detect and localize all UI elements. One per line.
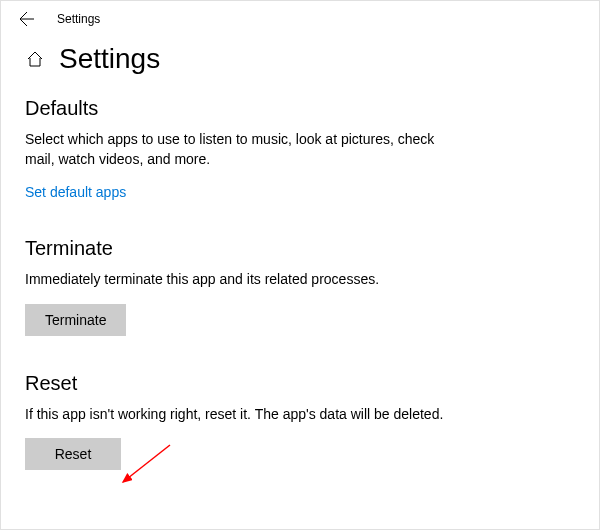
content-area: Settings Defaults Select which apps to u… bbox=[1, 33, 599, 530]
section-reset: Reset If this app isn't working right, r… bbox=[25, 372, 575, 471]
defaults-heading: Defaults bbox=[25, 97, 575, 120]
arrow-left-icon bbox=[19, 11, 35, 27]
page-header: Settings bbox=[25, 43, 575, 75]
home-button[interactable] bbox=[25, 49, 45, 69]
reset-button[interactable]: Reset bbox=[25, 438, 121, 470]
page-title: Settings bbox=[59, 43, 160, 75]
terminate-button[interactable]: Terminate bbox=[25, 304, 126, 336]
section-defaults: Defaults Select which apps to use to lis… bbox=[25, 97, 575, 201]
section-terminate: Terminate Immediately terminate this app… bbox=[25, 237, 575, 336]
titlebar: Settings bbox=[1, 1, 599, 33]
back-button[interactable] bbox=[17, 9, 37, 29]
terminate-heading: Terminate bbox=[25, 237, 575, 260]
reset-desc: If this app isn't working right, reset i… bbox=[25, 405, 465, 425]
terminate-desc: Immediately terminate this app and its r… bbox=[25, 270, 465, 290]
home-icon bbox=[26, 50, 44, 68]
defaults-desc: Select which apps to use to listen to mu… bbox=[25, 130, 465, 169]
reset-heading: Reset bbox=[25, 372, 575, 395]
titlebar-title: Settings bbox=[57, 12, 100, 26]
set-default-apps-link[interactable]: Set default apps bbox=[25, 184, 126, 200]
